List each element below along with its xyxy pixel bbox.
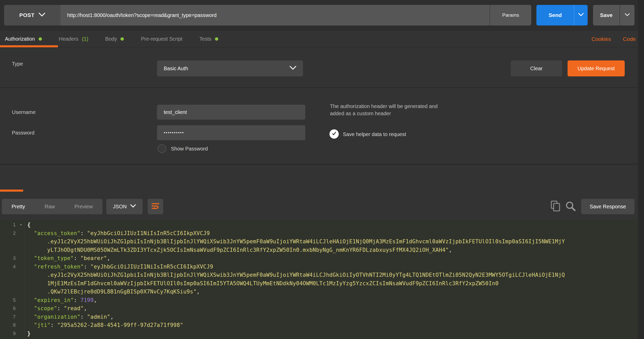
chevron-down-icon bbox=[39, 13, 45, 18]
headers-count-badge: (1) bbox=[82, 36, 88, 42]
code-text: "scope": "read", bbox=[25, 304, 638, 313]
code-text: "expires_in": 7199, bbox=[25, 296, 638, 305]
green-dot-icon bbox=[120, 37, 124, 41]
response-body-code[interactable]: 1▾{2 "access_token": "eyJhbGciOiJIUzI1Ni… bbox=[0, 220, 638, 339]
view-mode-raw[interactable]: Raw bbox=[35, 199, 65, 214]
show-password-label: Show Password bbox=[171, 146, 208, 152]
line-number: 3 bbox=[0, 254, 25, 263]
cookies-link[interactable]: Cookies bbox=[591, 36, 611, 42]
response-viewer-toolbar: Pretty Raw Preview JSON bbox=[0, 192, 644, 220]
green-dot-icon bbox=[215, 37, 218, 41]
code-line: 7 "organization": "admin", bbox=[0, 313, 638, 321]
auth-helper-note: The authorization header will be generat… bbox=[330, 103, 438, 117]
code-text: } bbox=[25, 329, 638, 338]
fold-caret-icon[interactable]: ▾ bbox=[20, 221, 22, 229]
code-line: 8 "jti": "295a5262-2a88-4541-99ff-97d27a… bbox=[0, 321, 638, 329]
tab-authorization[interactable]: Authorization bbox=[5, 36, 42, 42]
line-number: 5 bbox=[0, 296, 25, 305]
code-line: 9} bbox=[0, 329, 638, 338]
wrap-text-button[interactable] bbox=[148, 199, 163, 214]
save-options-button[interactable] bbox=[620, 5, 634, 25]
view-mode-group: Pretty Raw Preview bbox=[2, 199, 102, 214]
tab-headers[interactable]: Headers (1) bbox=[59, 36, 88, 42]
tab-tests[interactable]: Tests bbox=[199, 36, 219, 42]
wrap-text-icon bbox=[152, 202, 159, 211]
check-icon bbox=[332, 131, 337, 137]
type-label: Type bbox=[12, 61, 23, 67]
line-number: 9 bbox=[0, 329, 25, 338]
code-link[interactable]: Code bbox=[623, 36, 636, 42]
username-field[interactable]: test_client bbox=[157, 105, 305, 120]
code-text: "jti": "295a5262-2a88-4541-99ff-97d27a71… bbox=[25, 321, 638, 329]
format-dropdown[interactable]: JSON bbox=[106, 199, 143, 214]
auth-type-section: Type Basic Auth Clear Update Request bbox=[0, 48, 644, 88]
request-tabs: Authorization Headers (1) Body Pre-reque… bbox=[0, 31, 644, 47]
request-links: Cookies Code bbox=[591, 31, 636, 47]
method-label: POST bbox=[19, 12, 34, 18]
search-response-button[interactable] bbox=[564, 200, 577, 213]
code-text: "organization": "admin", bbox=[25, 313, 638, 321]
tab-pre-request-script[interactable]: Pre-request Script bbox=[141, 36, 182, 42]
response-header: Body Cookies (1) Headers (8) Tests Statu… bbox=[0, 165, 644, 192]
code-text: "token_type": "bearer", bbox=[25, 254, 638, 263]
line-number: 7 bbox=[0, 313, 25, 321]
show-password-radio[interactable] bbox=[158, 144, 166, 153]
code-line: 3 "token_type": "bearer", bbox=[0, 254, 638, 263]
view-mode-preview[interactable]: Preview bbox=[65, 199, 102, 214]
copy-response-button[interactable] bbox=[549, 200, 562, 213]
line-number: 8 bbox=[0, 321, 25, 329]
line-number: 6 bbox=[0, 304, 25, 313]
send-button-group: Send bbox=[536, 5, 588, 25]
save-helper-label: Save helper data to request bbox=[343, 131, 406, 137]
line-number: 4 bbox=[0, 263, 25, 296]
save-button-group: Save bbox=[593, 5, 634, 25]
params-button[interactable]: Params bbox=[490, 5, 531, 25]
code-text: "refresh_token": "eyJhbGciOiJIUzI1NiIsIn… bbox=[25, 263, 638, 296]
method-dropdown[interactable]: POST bbox=[4, 5, 60, 25]
chevron-down-icon bbox=[130, 204, 136, 209]
code-line: 5 "expires_in": 7199, bbox=[0, 296, 638, 305]
clear-button[interactable]: Clear bbox=[511, 60, 562, 76]
code-line: 4 "refresh_token": "eyJhbGciOiJIUzI1NiIs… bbox=[0, 263, 638, 296]
active-response-tab-underline bbox=[0, 190, 23, 192]
chevron-down-icon bbox=[625, 13, 630, 17]
line-number: 1▾ bbox=[0, 221, 25, 229]
chevron-down-icon bbox=[290, 66, 296, 71]
chevron-down-icon bbox=[578, 13, 584, 17]
scrollbar[interactable] bbox=[638, 0, 644, 339]
code-line: 2 "access_token": "eyJhbGciOiJIUzI1NiIsI… bbox=[0, 229, 638, 254]
save-response-button[interactable]: Save Response bbox=[581, 199, 634, 214]
postman-window: POST http://host1:8000/oauth/token?scope… bbox=[0, 0, 644, 339]
view-mode-pretty[interactable]: Pretty bbox=[2, 199, 35, 214]
update-request-button[interactable]: Update Request bbox=[568, 60, 625, 76]
auth-credentials-section: Username test_client Password ••••••••••… bbox=[0, 88, 644, 164]
url-row: POST http://host1:8000/oauth/token?scope… bbox=[4, 5, 531, 25]
request-bar: POST http://host1:8000/oauth/token?scope… bbox=[0, 0, 644, 31]
line-number: 2 bbox=[0, 229, 25, 254]
tab-body[interactable]: Body bbox=[105, 36, 124, 42]
save-button[interactable]: Save bbox=[593, 5, 620, 25]
username-label: Username bbox=[12, 109, 36, 115]
code-text: { bbox=[25, 221, 638, 229]
password-field[interactable]: •••••••••• bbox=[157, 125, 305, 140]
search-icon bbox=[565, 201, 576, 212]
send-button[interactable]: Send bbox=[536, 5, 574, 25]
url-text: http://host1:8000/oauth/token?scope=read… bbox=[67, 12, 216, 18]
code-line: 1▾{ bbox=[0, 221, 638, 229]
green-dot-icon bbox=[39, 37, 42, 41]
active-tab-underline bbox=[0, 45, 58, 47]
save-helper-checkbox[interactable] bbox=[329, 129, 339, 139]
url-input[interactable]: http://host1:8000/oauth/token?scope=read… bbox=[60, 5, 490, 25]
copy-icon bbox=[551, 201, 560, 212]
password-label: Password bbox=[12, 130, 34, 136]
send-options-button[interactable] bbox=[574, 5, 588, 25]
code-line: 6 "scope": "read", bbox=[0, 304, 638, 313]
auth-type-dropdown[interactable]: Basic Auth bbox=[157, 60, 303, 76]
code-text: "access_token": "eyJhbGciOiJIUzI1NiIsInR… bbox=[25, 229, 638, 254]
